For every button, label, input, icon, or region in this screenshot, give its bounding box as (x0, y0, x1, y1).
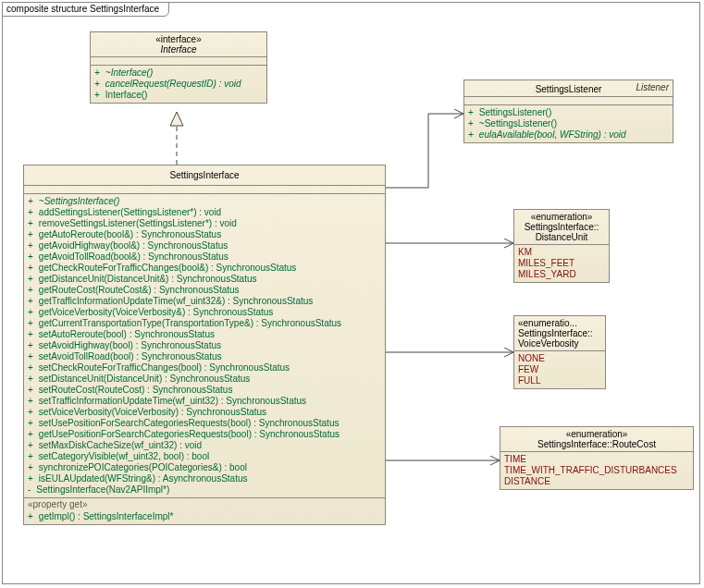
operation-row: +isEULAUpdated(WFString&) : Asynchronous… (28, 473, 381, 484)
class-interface-name: Interface (94, 44, 263, 55)
operation-row: +getCurrentTransportationType(Transporta… (28, 318, 381, 329)
enum-distance-stereo: «enumeration» (518, 212, 605, 222)
enum-value: KM (518, 247, 605, 258)
class-settings-interface: SettingsInterface +~SettingsInterface()+… (23, 165, 386, 525)
enum-value: MILES_FEET (518, 258, 605, 269)
operation-row: +eulaAvailable(bool, WFString) : void (468, 129, 669, 141)
frame-title-tab: composite structure SettingsInterface (2, 2, 169, 17)
operation-row: +getUsePositionForSearchCategoriesReques… (28, 429, 381, 440)
operation-row: +setVoiceVerbosity(VoiceVerbosity) : Syn… (28, 407, 381, 418)
operation-row: +setTrafficInformationUpdateTime(wf_uint… (28, 396, 381, 407)
operation-row: +setRouteCost(RouteCost) : SynchronousSt… (28, 385, 381, 396)
enum-distance-title: «enumeration» SettingsInterface:: Distan… (514, 210, 609, 245)
enum-route-title: «enumeration» SettingsInterface::RouteCo… (500, 427, 693, 452)
enum-voice-title: «enumeratio... SettingsInterface:: Voice… (514, 316, 605, 351)
operation-row: +getImpl() : SettingsInterfaceImpl* (28, 511, 381, 522)
operation-row: +getAutoReroute(bool&) : SynchronousStat… (28, 229, 381, 240)
property-get-label: «property get» (24, 498, 385, 509)
enum-voice-stereo: «enumeratio... (518, 318, 601, 328)
enum-route-stereo: «enumeration» (504, 429, 689, 439)
enum-value: TIME_WITH_TRAFFIC_DISTURBANCES (504, 465, 689, 476)
operation-row: +~SettingsListener() (468, 118, 669, 129)
operation-row: +getCheckRouteForTrafficChanges(bool&) :… (28, 263, 381, 274)
class-interface-stereo: «interface» (94, 34, 263, 44)
operation-row: +setAutoReroute(bool) : SynchronousStatu… (28, 329, 381, 340)
enum-route-name: SettingsInterface::RouteCost (504, 439, 689, 449)
enum-distance-unit: «enumeration» SettingsInterface:: Distan… (513, 209, 610, 283)
class-settings-name: SettingsInterface (29, 170, 380, 180)
operation-row: +getTrafficInformationUpdateTime(wf_uint… (28, 296, 381, 307)
class-settings-title: SettingsInterface (24, 165, 385, 186)
operation-row: +cancelRequest(RequestID) : void (94, 79, 263, 90)
enum-distance-name2: DistanceUnit (518, 232, 605, 242)
enum-value: DISTANCE (504, 476, 689, 487)
operation-row: -SettingsInterface(Nav2APIImpl*) (28, 484, 381, 496)
enum-voice-name: SettingsInterface:: (518, 328, 601, 338)
operation-row: +getAvoidHighway(bool&) : SynchronousSta… (28, 240, 381, 251)
enum-value: FEW (518, 364, 601, 375)
diagram-canvas: composite structure SettingsInterface «i… (0, 0, 704, 588)
operation-row: +setAvoidTollRoad(bool) : SynchronousSta… (28, 351, 381, 362)
diagram-frame: composite structure SettingsInterface «i… (2, 2, 700, 584)
enum-voice-name2: VoiceVerbosity (518, 338, 601, 349)
operation-row: +setUsePositionForSearchCategoriesReques… (28, 418, 381, 429)
operation-row: +setAvoidHighway(bool) : SynchronousStat… (28, 340, 381, 351)
operation-row: +setDistanceUnit(DistanceUnit) : Synchro… (28, 374, 381, 385)
enum-value: FULL (518, 375, 601, 386)
enum-distance-name: SettingsInterface:: (518, 222, 605, 232)
enum-value: MILES_YARD (518, 269, 605, 280)
operation-row: +synchronizePOICategories(POICategories&… (28, 462, 381, 473)
corner-label-listener: Listener (636, 82, 669, 92)
enum-value: TIME (504, 454, 689, 465)
operation-row: +setMaxDiskCacheSize(wf_uint32) : void (28, 440, 381, 451)
class-interface-title: «interface» Interface (91, 32, 266, 57)
enum-route-cost: «enumeration» SettingsInterface::RouteCo… (500, 426, 694, 490)
operation-row: +removeSettingsListener(SettingsListener… (28, 218, 381, 229)
class-interface: «interface» Interface +~Interface()+canc… (90, 31, 267, 104)
operation-row: +getAvoidTollRoad(bool&) : SynchronousSt… (28, 251, 381, 263)
operation-row: +SettingsListener() (468, 107, 669, 118)
operation-row: +addSettingsListener(SettingsListener*) … (28, 207, 381, 218)
frame-title: composite structure SettingsInterface (6, 4, 159, 14)
operation-row: +~SettingsInterface() (28, 196, 381, 207)
operation-row: +getDistanceUnit(DistanceUnit&) : Synchr… (28, 274, 381, 285)
enum-value: NONE (518, 353, 601, 364)
operation-row: +~Interface() (94, 67, 263, 79)
operation-row: +setCategoryVisible(wf_uint32, bool) : b… (28, 451, 381, 462)
svg-marker-1 (170, 112, 183, 126)
operation-row: +setCheckRouteForTrafficChanges(bool) : … (28, 362, 381, 374)
operation-row: +getVoiceVerbosity(VoiceVerbosity&) : Sy… (28, 307, 381, 318)
class-settings-listener: Listener SettingsListener +SettingsListe… (463, 80, 673, 143)
operation-row: +Interface() (94, 90, 263, 101)
enum-voice-verbosity: «enumeratio... SettingsInterface:: Voice… (513, 315, 606, 389)
operation-row: +getRouteCost(RouteCost&) : SynchronousS… (28, 285, 381, 296)
